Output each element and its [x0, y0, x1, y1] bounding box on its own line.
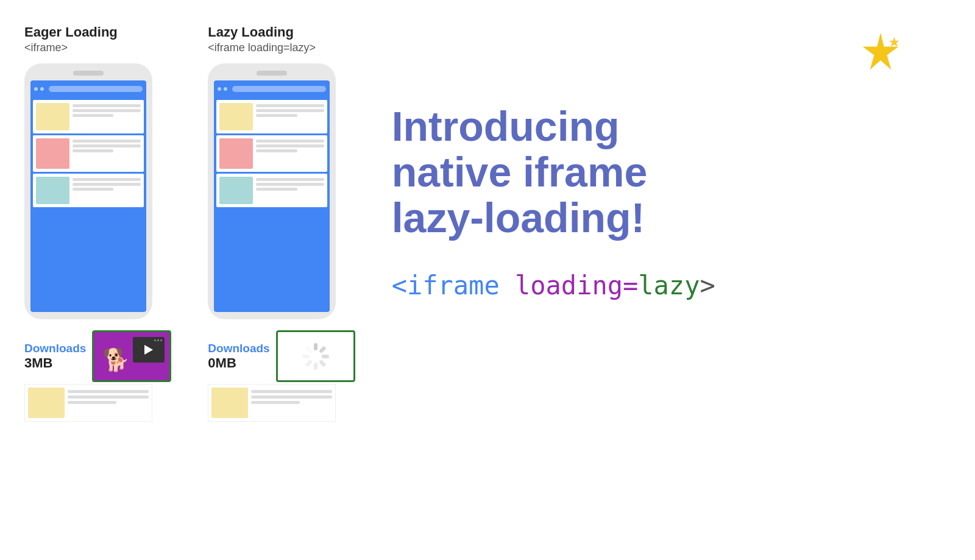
- card-lines-1-lazy: [256, 103, 324, 117]
- line2: [256, 183, 324, 186]
- below-img-eager: [28, 388, 65, 418]
- line3: [256, 149, 297, 152]
- lazy-download-info: Downloads 0MB: [208, 342, 269, 371]
- eager-screen: [30, 80, 146, 312]
- lazy-download-section: Downloads 0MB: [208, 330, 355, 382]
- bline2: [68, 395, 149, 399]
- bline1: [68, 390, 149, 393]
- bline2: [251, 395, 332, 399]
- eager-title: Eager Loading: [24, 24, 118, 40]
- dot1: [34, 87, 38, 91]
- address-bar-lazy: [232, 86, 326, 92]
- lazy-downloads-label: Downloads: [208, 342, 269, 355]
- address-bar-eager: [49, 86, 143, 92]
- eager-download-size: 3MB: [24, 355, 86, 371]
- svg-rect-5: [305, 359, 313, 367]
- card-img-3: [36, 177, 69, 204]
- dot2: [224, 87, 227, 91]
- eager-label: Eager Loading <iframe>: [24, 24, 118, 54]
- dot1: [218, 87, 221, 91]
- spinner-placeholder: [276, 330, 355, 382]
- lazy-title: Lazy Loading: [208, 24, 316, 40]
- line3: [256, 114, 297, 117]
- eager-download-info: Downloads 3MB: [24, 342, 86, 371]
- play-button-icon: [144, 345, 153, 355]
- browser-bar-lazy: [214, 80, 330, 97]
- card-3-eager: [33, 174, 144, 207]
- player-dots: [154, 339, 162, 341]
- code-suffix: >: [700, 271, 715, 300]
- below-img-lazy: [211, 388, 248, 418]
- eager-column: Eager Loading <iframe>: [24, 24, 171, 422]
- code-prefix: <iframe: [392, 271, 515, 300]
- line2: [73, 144, 141, 147]
- code-attr-name: loading=: [515, 271, 638, 300]
- svg-marker-9: [889, 37, 899, 47]
- intro-line2: native iframe: [392, 149, 648, 195]
- lazy-column: Lazy Loading <iframe loading=lazy>: [208, 24, 355, 422]
- line2: [73, 109, 141, 112]
- svg-rect-6: [302, 355, 310, 358]
- svg-rect-2: [322, 355, 329, 358]
- line2: [256, 109, 324, 112]
- line1: [73, 140, 141, 143]
- lazy-subtitle: <iframe loading=lazy>: [208, 41, 316, 54]
- sparkle-area: [859, 30, 902, 73]
- line1: [256, 104, 324, 107]
- phone-notch-lazy: [257, 71, 287, 76]
- card-lines-1: [73, 103, 141, 117]
- card-lines-2-lazy: [256, 138, 324, 152]
- card-img-3-lazy: [219, 177, 253, 204]
- card-2-eager: [33, 135, 144, 172]
- line2: [73, 183, 141, 186]
- youtube-preview: 🐕: [92, 330, 171, 382]
- intro-line3: lazy-loading!: [392, 195, 648, 241]
- lazy-screen: [214, 80, 330, 312]
- line1: [73, 178, 141, 181]
- sparkle-icon: [859, 30, 902, 73]
- line1: [256, 178, 324, 181]
- card-lines-3-lazy: [256, 177, 324, 191]
- svg-rect-4: [314, 363, 317, 370]
- card-lines-3: [73, 177, 141, 191]
- eager-downloads-label: Downloads: [24, 342, 86, 355]
- content-area-eager: [30, 97, 146, 312]
- card-2-lazy: [216, 135, 327, 172]
- line1: [256, 140, 324, 143]
- below-phone-eager: [24, 384, 152, 422]
- line1: [73, 104, 141, 107]
- bline1: [251, 390, 332, 393]
- lazy-label: Lazy Loading <iframe loading=lazy>: [208, 24, 316, 54]
- lazy-download-size: 0MB: [208, 355, 269, 371]
- svg-rect-3: [319, 359, 327, 367]
- bline3: [251, 401, 300, 404]
- card-img-2: [36, 138, 69, 169]
- eager-subtitle: <iframe>: [24, 41, 118, 54]
- dot2: [40, 87, 44, 91]
- card-3-lazy: [216, 174, 327, 207]
- card-1-lazy: [216, 100, 327, 133]
- card-img-1: [36, 103, 69, 130]
- intro-line1: Introducing: [392, 104, 648, 149]
- line3: [73, 188, 113, 191]
- phone-notch-eager: [73, 71, 104, 76]
- svg-rect-0: [314, 343, 317, 350]
- card-lines-2: [73, 138, 141, 152]
- card-img-1-lazy: [219, 103, 253, 130]
- eager-download-section: Downloads 3MB 🐕: [24, 330, 171, 382]
- video-player: [133, 337, 165, 363]
- right-section: Introducing native iframe lazy-loading! …: [355, 18, 951, 300]
- line3: [256, 188, 297, 191]
- main-container: Eager Loading <iframe>: [0, 0, 975, 560]
- line3: [73, 114, 113, 117]
- card-img-2-lazy: [219, 138, 253, 169]
- code-attr-value: lazy: [638, 271, 700, 300]
- diagrams-section: Eager Loading <iframe>: [24, 24, 355, 422]
- card-1-eager: [33, 100, 144, 133]
- line3: [73, 149, 113, 152]
- line2: [256, 144, 324, 147]
- spinner-icon: [297, 338, 334, 375]
- code-tag-display: <iframe loading=lazy>: [392, 271, 715, 300]
- dog-icon: 🐕: [102, 347, 130, 373]
- below-phone-lazy: [208, 384, 336, 422]
